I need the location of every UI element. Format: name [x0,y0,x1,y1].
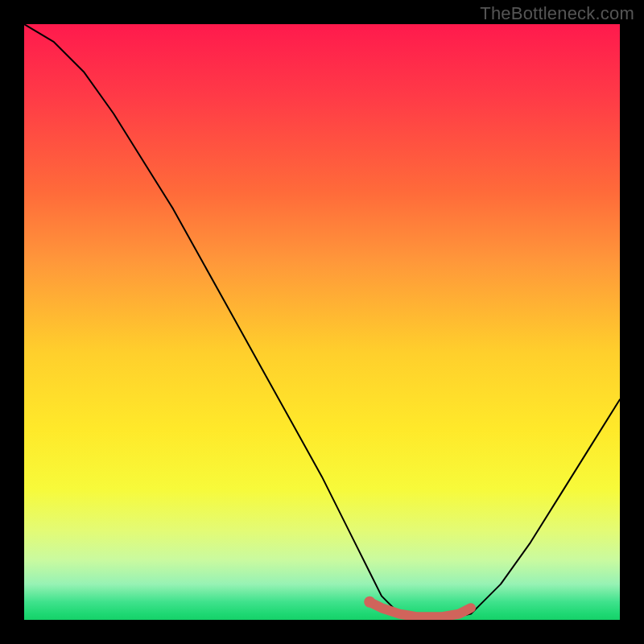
chart-frame: TheBottleneck.com [0,0,644,644]
watermark-text: TheBottleneck.com [480,3,634,24]
optimal-highlight-path [369,602,471,617]
optimal-highlight-dot [364,597,375,608]
plot-area [24,24,620,620]
bottleneck-curve-path [24,24,620,620]
curve-svg [24,24,620,620]
